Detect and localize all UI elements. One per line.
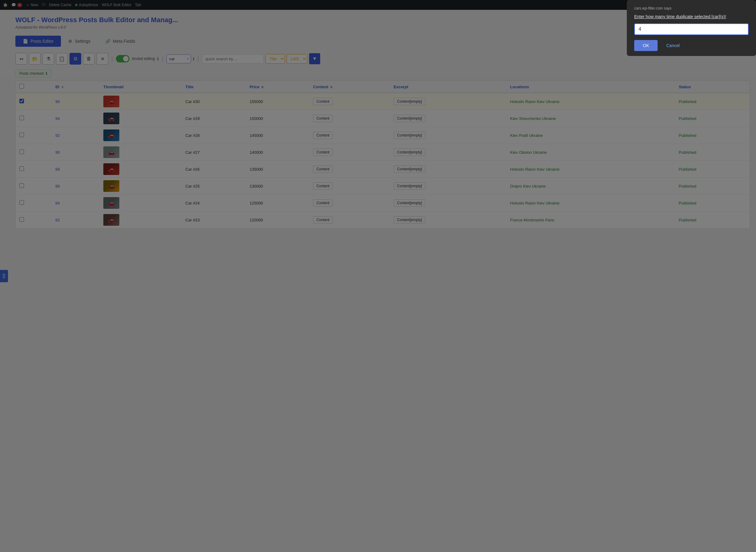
dialog-message-end: ! [725, 14, 726, 19]
dialog-message: Enter how many time duplicate selected [… [634, 14, 749, 19]
duplicate-dialog: cars.wp-filter.com says Enter how many t… [627, 0, 756, 56]
dialog-ok-button[interactable]: OK [634, 40, 658, 51]
dialog-site-label: cars.wp-filter.com says [634, 6, 749, 10]
dialog-buttons: OK Cancel [634, 40, 749, 51]
dialog-message-underline: duplicate selected [car](s) [676, 14, 725, 19]
dialog-message-part1: Enter how many time [634, 14, 676, 19]
dialog-overlay: cars.wp-filter.com says Enter how many t… [0, 0, 756, 552]
dialog-cancel-button[interactable]: Cancel [661, 40, 684, 51]
duplicate-count-input[interactable] [634, 23, 749, 35]
